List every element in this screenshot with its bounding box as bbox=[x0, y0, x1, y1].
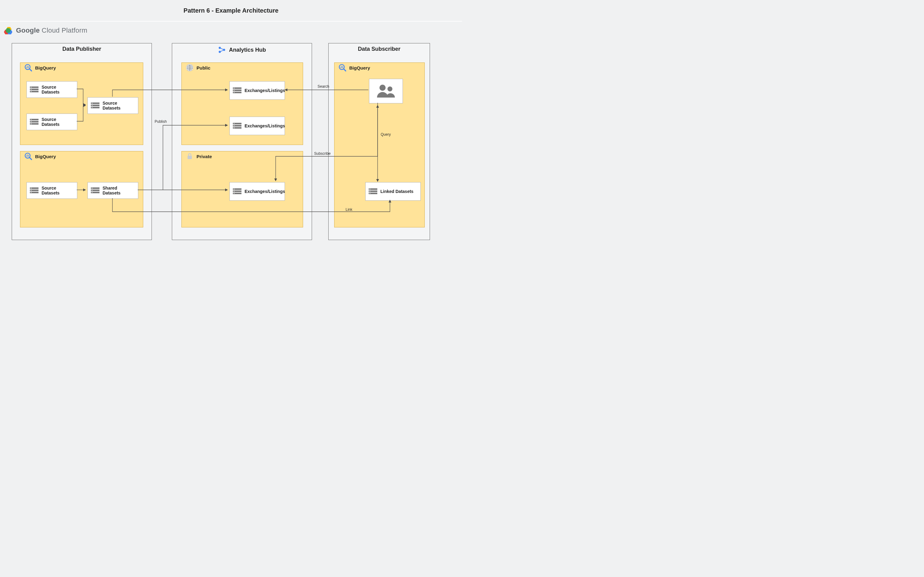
page: Pattern 6 - Example Architecture Google … bbox=[0, 0, 462, 288]
platform-name-bold: Google bbox=[16, 26, 40, 34]
platform-name-light: Cloud Platform bbox=[40, 26, 87, 34]
edges bbox=[12, 43, 449, 240]
platform-header: Google Cloud Platform bbox=[4, 26, 87, 35]
page-title: Pattern 6 - Example Architecture bbox=[184, 7, 278, 14]
title-bar: Pattern 6 - Example Architecture bbox=[0, 0, 462, 21]
diagram-area: Data Publisher BigQuery bbox=[12, 43, 449, 240]
platform-name: Google Cloud Platform bbox=[16, 26, 87, 34]
gcp-logo-icon bbox=[4, 26, 13, 35]
